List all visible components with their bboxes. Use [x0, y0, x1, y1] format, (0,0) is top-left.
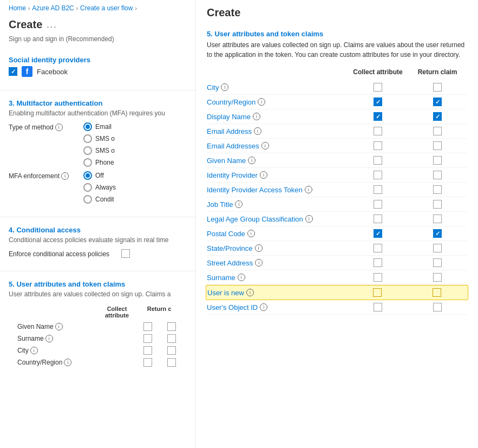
return-checkbox-8[interactable]	[433, 200, 442, 209]
attr-row-info-13[interactable]: i	[238, 274, 245, 281]
radio-email[interactable]: Email	[83, 122, 115, 131]
attr-row-info-12[interactable]: i	[255, 259, 263, 267]
collect-checkbox-10[interactable]	[374, 229, 382, 238]
left-surname-collect[interactable]	[143, 334, 152, 343]
attr-row-info-7[interactable]: i	[305, 186, 312, 193]
attr-row-info-15[interactable]: i	[260, 303, 267, 311]
mfa-enforcement-radio-group: Off Always Condit	[83, 171, 116, 204]
return-checkbox-6[interactable]	[433, 171, 442, 179]
facebook-checkbox[interactable]	[9, 67, 17, 76]
attr-row-info-6[interactable]: i	[260, 171, 267, 179]
attr-row-return-2	[408, 112, 467, 121]
return-checkbox-11[interactable]	[433, 244, 442, 252]
attr-row-info-1[interactable]: i	[258, 98, 265, 106]
collect-checkbox-15[interactable]	[374, 303, 382, 311]
left-country-return[interactable]	[167, 358, 176, 367]
return-checkbox-0[interactable]	[433, 83, 442, 92]
return-checkbox-12[interactable]	[433, 258, 442, 267]
attr-row-9: Legal Age Group Classificationi	[207, 212, 467, 226]
breadcrumb: Home › Azure AD B2C › Create a user flow…	[0, 0, 195, 16]
social-providers-title: Social identity providers	[9, 56, 187, 64]
attr-row-info-2[interactable]: i	[253, 113, 260, 120]
attr-row-label-10: Postal Codei	[207, 230, 348, 238]
left-city-return[interactable]	[167, 346, 176, 355]
return-checkbox-5[interactable]	[433, 156, 442, 165]
radio-conditional-btn[interactable]	[83, 195, 92, 204]
return-checkbox-13[interactable]	[433, 273, 442, 282]
return-checkbox-9[interactable]	[433, 215, 442, 223]
attr-row-info-4[interactable]: i	[261, 142, 269, 150]
radio-off-btn[interactable]	[83, 171, 92, 180]
left-surname-info[interactable]: i	[45, 335, 53, 342]
collect-checkbox-3[interactable]	[374, 127, 382, 135]
radio-phone[interactable]: Phone	[83, 158, 115, 167]
enforce-conditional-checkbox[interactable]	[121, 249, 130, 258]
radio-phone-btn[interactable]	[83, 158, 92, 167]
collect-checkbox-5[interactable]	[374, 156, 382, 165]
attr-row-info-3[interactable]: i	[254, 127, 261, 135]
breadcrumb-aad[interactable]: Azure AD B2C	[32, 4, 74, 12]
return-checkbox-10[interactable]	[433, 229, 442, 238]
left-city-collect[interactable]	[143, 346, 152, 355]
attr-row-return-14	[407, 288, 467, 297]
collect-checkbox-9[interactable]	[374, 215, 382, 223]
breadcrumb-home[interactable]: Home	[9, 4, 26, 12]
collect-checkbox-11[interactable]	[374, 244, 382, 252]
left-country-collect[interactable]	[143, 358, 152, 367]
left-given-name-return[interactable]	[167, 322, 176, 331]
left-given-name-info[interactable]: i	[55, 323, 63, 330]
attr-row-collect-14	[348, 288, 407, 297]
attr-row-return-15	[408, 303, 467, 311]
attr-row-info-11[interactable]: i	[255, 244, 263, 252]
attr-row-info-14[interactable]: i	[246, 289, 254, 296]
return-checkbox-4[interactable]	[433, 141, 442, 150]
attr-row-label-12: Street Addressi	[207, 259, 348, 267]
return-checkbox-1[interactable]	[433, 98, 442, 106]
collect-checkbox-6[interactable]	[374, 171, 382, 179]
radio-sms1-btn[interactable]	[83, 134, 92, 143]
more-options-button[interactable]: ...	[47, 20, 57, 30]
left-country-info[interactable]: i	[64, 359, 71, 366]
collect-checkbox-2[interactable]	[374, 112, 382, 121]
radio-conditional[interactable]: Condit	[83, 195, 116, 204]
collect-checkbox-8[interactable]	[374, 200, 382, 209]
attr-row-2: Display Namei	[207, 109, 467, 124]
radio-email-btn[interactable]	[83, 122, 92, 131]
return-checkbox-2[interactable]	[433, 112, 442, 121]
collect-checkbox-12[interactable]	[374, 258, 382, 267]
mfa-enforcement-info-icon[interactable]: i	[61, 172, 69, 180]
attr-row-collect-13	[348, 273, 408, 282]
radio-always[interactable]: Always	[83, 183, 116, 192]
collect-checkbox-4[interactable]	[374, 141, 382, 150]
radio-sms2-btn[interactable]	[83, 146, 92, 155]
radio-off[interactable]: Off	[83, 171, 116, 180]
return-checkbox-7[interactable]	[433, 185, 442, 194]
type-of-method-row: Type of method i Email SMS o SMS o	[9, 122, 187, 167]
return-checkbox-3[interactable]	[433, 127, 442, 135]
radio-sms2[interactable]: SMS o	[83, 146, 115, 155]
type-method-info-icon[interactable]: i	[55, 124, 63, 131]
attr-row-return-8	[408, 200, 467, 209]
radio-email-label: Email	[95, 123, 112, 131]
attr-row-info-8[interactable]: i	[235, 200, 243, 208]
collect-checkbox-1[interactable]	[374, 98, 382, 106]
attr-row-info-5[interactable]: i	[248, 157, 256, 164]
attr-row-info-10[interactable]: i	[247, 230, 255, 237]
attr-row-info-9[interactable]: i	[305, 215, 313, 223]
left-surname-return[interactable]	[167, 334, 176, 343]
left-attr-title: 5. User attributes and token claims	[9, 280, 187, 288]
left-given-name-collect[interactable]	[143, 322, 152, 331]
attr-row-collect-5	[348, 156, 408, 165]
collect-checkbox-0[interactable]	[374, 83, 382, 92]
collect-checkbox-14[interactable]	[373, 288, 382, 297]
radio-sms1[interactable]: SMS o	[83, 134, 115, 143]
radio-always-btn[interactable]	[83, 183, 92, 192]
return-checkbox-14[interactable]	[433, 288, 441, 297]
return-checkbox-15[interactable]	[433, 303, 442, 311]
collect-checkbox-7[interactable]	[374, 185, 382, 194]
breadcrumb-create[interactable]: Create a user flow	[80, 4, 133, 12]
attr-row-info-0[interactable]: i	[221, 83, 228, 91]
left-city-info[interactable]: i	[30, 347, 38, 354]
mfa-desc: Enabling multifactor authentication (MFA…	[9, 109, 187, 117]
collect-checkbox-13[interactable]	[374, 273, 382, 282]
